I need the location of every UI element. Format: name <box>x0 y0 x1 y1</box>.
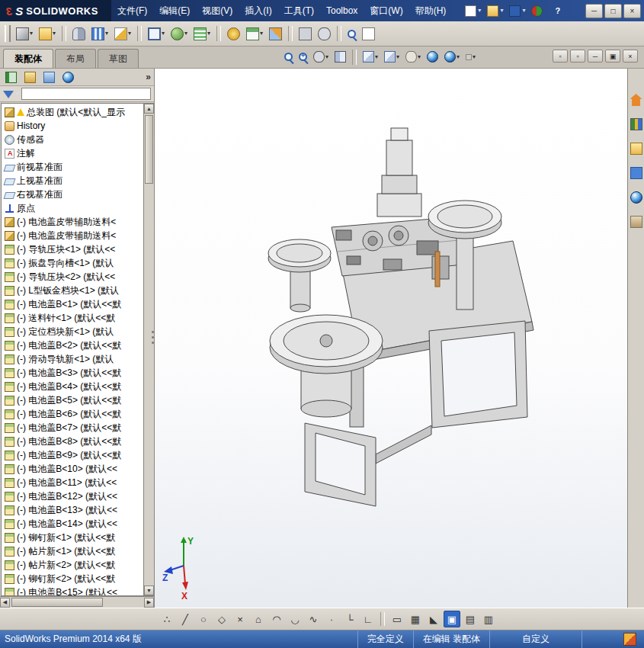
close-button[interactable]: × <box>623 4 641 18</box>
tree-item[interactable]: (-) 电池盖B<2> (默认<<默 <box>2 338 154 352</box>
tree-item[interactable]: 上视基准面 <box>2 174 154 188</box>
tree-item[interactable]: (-) 帖片新<2> (默认<<默 <box>2 558 154 572</box>
view-orientation-icon[interactable]: ▾ <box>360 49 380 65</box>
pane-right-button[interactable]: ▫ <box>570 50 585 63</box>
view-palette-icon[interactable]: ▾ <box>628 165 644 181</box>
update-references-icon[interactable]: ▾ <box>360 25 377 43</box>
tree-item[interactable]: (-) 电池盖B<7> (默认<<默 <box>2 421 154 435</box>
doc-close-button[interactable]: × <box>623 50 638 63</box>
tree-item[interactable]: (-) 电池盖B<11> (默认<< <box>2 476 154 489</box>
dimension-icon[interactable]: ∟ <box>360 611 376 627</box>
tree-root-item[interactable]: 总装图 (默认<默认_显示 <box>2 105 154 119</box>
tree-horizontal-scrollbar[interactable]: ◀ ▶ <box>0 596 154 608</box>
line-icon[interactable]: ╱ <box>177 611 194 627</box>
tree-item[interactable]: (-) 导轨压块<2> (默认<< <box>2 270 154 284</box>
propertymanager-tab-icon[interactable]: ▾ <box>22 69 38 85</box>
tree-item[interactable]: 右视基准面 <box>2 188 154 201</box>
tree-item[interactable]: (-) 电池盖B<3> (默认<<默 <box>2 366 154 380</box>
menu-insert[interactable]: 插入(I) <box>239 0 277 21</box>
tree-item[interactable]: (-) 铆钉新<1> (默认<<默 <box>2 531 154 544</box>
scroll-down-button[interactable]: ▼ <box>144 585 154 595</box>
tree-item[interactable]: 原点 <box>2 201 154 215</box>
minimize-button[interactable]: ─ <box>585 4 603 18</box>
view-settings-icon[interactable]: ▾ <box>463 52 478 63</box>
displaymanager-tab-icon[interactable]: ▾ <box>60 69 76 85</box>
tree-item[interactable]: (-) 电池盖B<9> (默认<<默 <box>2 448 154 462</box>
insert-component-icon[interactable]: ▾ <box>14 25 35 43</box>
bill-of-materials-icon[interactable]: ▾ <box>244 25 265 43</box>
zoom-area-icon[interactable]: ▾ <box>296 50 309 63</box>
fillet-icon[interactable]: └ <box>341 611 358 627</box>
tree-item[interactable]: (-) 电池盖皮带辅助送料< <box>2 229 154 242</box>
tree-item[interactable]: (-) 滑动导轨新<1> (默认 <box>2 352 154 366</box>
open-icon[interactable]: ▾ <box>485 3 505 19</box>
menu-toolbox[interactable]: Toolbox <box>320 0 364 21</box>
new-document-icon[interactable]: ▾ <box>463 3 483 19</box>
arc-icon[interactable]: ◠ <box>268 611 285 627</box>
table-icon[interactable]: ▥ <box>480 611 497 627</box>
grid-icon[interactable]: ▤ <box>462 611 479 627</box>
apply-scene-icon[interactable]: ▾ <box>442 49 462 65</box>
linear-pattern-icon[interactable]: ▾ <box>89 25 111 43</box>
hide-show-items-icon[interactable]: ▾ <box>403 49 423 65</box>
show-hidden-components-icon[interactable]: ▾ <box>316 25 333 43</box>
exploded-view-icon[interactable]: ▾ <box>267 25 284 43</box>
edit-appearance-icon[interactable]: ▾ <box>425 49 441 65</box>
tree-item[interactable]: (-) 电池盖B<14> (默认<< <box>2 517 154 531</box>
reference-geometry-icon[interactable]: ▾ <box>191 25 213 43</box>
graphics-viewport[interactable]: Y Z X <box>155 69 627 608</box>
scroll-thumb-horizontal[interactable] <box>11 598 103 607</box>
tab-layout[interactable]: 布局 <box>55 49 96 68</box>
shaded-sketch-icon[interactable]: ▣ <box>444 611 460 627</box>
polygon-icon[interactable]: ⌂ <box>250 611 267 627</box>
panel-overflow-chevron[interactable]: » <box>146 72 151 82</box>
tree-item[interactable]: (-) 电池盖B<5> (默认<<默 <box>2 393 154 407</box>
tab-sketch[interactable]: 草图 <box>98 49 139 68</box>
tree-item[interactable]: (-) 电池盖B<15> (默认<< <box>2 585 154 596</box>
featuremanager-tab-icon[interactable]: ▾ <box>3 69 19 85</box>
large-design-review-icon[interactable]: ▾ <box>345 27 358 40</box>
circle-icon[interactable]: ○ <box>195 611 212 627</box>
scroll-thumb[interactable] <box>145 115 153 184</box>
tree-item[interactable]: (-) 帖片新<1> (默认<<默 <box>2 544 154 558</box>
appearances-icon[interactable]: ▾ <box>628 189 644 206</box>
tree-item[interactable]: (-) 电池盖B<4> (默认<<默 <box>2 380 154 393</box>
toolbar-grip[interactable] <box>5 25 11 42</box>
tree-item[interactable]: 前视基准面 <box>2 160 154 174</box>
tree-item[interactable]: History <box>2 119 154 133</box>
interference-check-icon[interactable]: ▾ <box>146 25 167 43</box>
doc-restore-button[interactable]: ▣ <box>605 50 620 63</box>
tree-item[interactable]: (-) 电池盖B<8> (默认<<默 <box>2 435 154 448</box>
tree-item[interactable]: (-) L型钣金档块<1> (默认 <box>2 284 154 297</box>
menu-file[interactable]: 文件(F) <box>111 0 153 21</box>
previous-view-icon[interactable]: ▾ <box>311 49 331 65</box>
tangent-arc-icon[interactable]: ◡ <box>287 611 303 627</box>
doc-minimize-button[interactable]: ─ <box>588 50 603 63</box>
save-icon[interactable]: ▾ <box>507 3 527 19</box>
tree-item[interactable]: (-) 电池盖B<10> (默认<< <box>2 462 154 476</box>
trim-icon[interactable]: × <box>232 611 248 627</box>
point-icon[interactable]: ∙ <box>323 611 340 627</box>
tree-item[interactable]: (-) 电池盖皮带辅助送料< <box>2 215 154 229</box>
menu-window[interactable]: 窗口(W) <box>364 0 409 21</box>
tree-item[interactable]: (-) 电池盖B<12> (默认<< <box>2 489 154 503</box>
tab-assembly[interactable]: 装配体 <box>3 49 53 68</box>
filter-input[interactable] <box>21 88 151 100</box>
tree-item[interactable]: 注解 <box>2 146 154 160</box>
custom-properties-icon[interactable]: ▾ <box>628 213 644 230</box>
menu-help[interactable]: 帮助(H) <box>409 0 453 21</box>
pane-left-button[interactable]: ▫ <box>553 50 568 63</box>
status-custom[interactable]: 自定义 <box>489 630 582 648</box>
insert-from-file-icon[interactable]: ▾ <box>37 25 58 43</box>
menu-view[interactable]: 视图(V) <box>196 0 239 21</box>
tree-item[interactable]: (-) 铆钉新<2> (默认<<默 <box>2 572 154 585</box>
select-dots-icon[interactable]: ∴ <box>159 611 175 627</box>
tree-item[interactable]: (-) 送料针<1> (默认<<默 <box>2 311 154 325</box>
tree-item[interactable]: (-) 导轨压块<1> (默认<< <box>2 242 154 256</box>
rx-icon[interactable]: ▾ <box>529 3 546 19</box>
help-icon[interactable]: ? ▾ <box>547 3 562 19</box>
tree-item[interactable]: (-) 电池盖B<6> (默认<<默 <box>2 407 154 421</box>
menu-edit[interactable]: 编辑(E) <box>153 0 196 21</box>
spline-icon[interactable]: ∿ <box>305 611 322 627</box>
motion-study-icon[interactable]: ▾ <box>225 25 242 43</box>
